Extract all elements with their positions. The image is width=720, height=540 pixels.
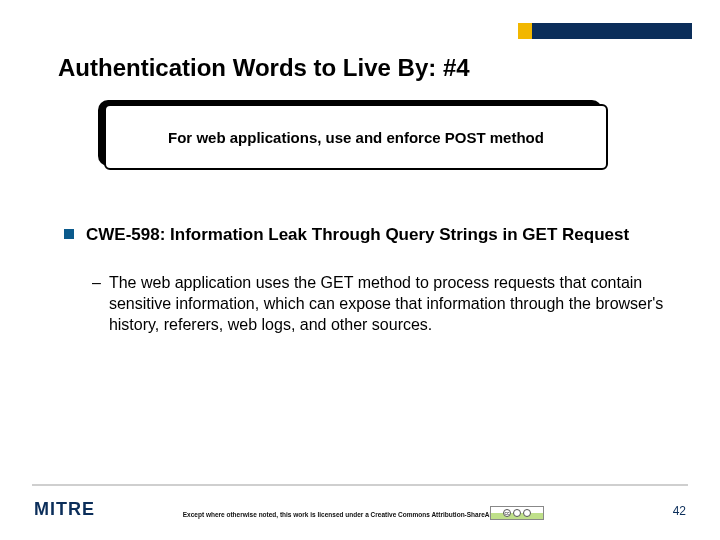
callout-box: For web applications, use and enforce PO… xyxy=(104,104,608,170)
footer-license-note: Except where otherwise noted, this work … xyxy=(0,511,720,518)
footer-divider xyxy=(32,484,688,486)
sub1-text: The web application uses the GET method … xyxy=(109,273,664,335)
page-number: 42 xyxy=(673,504,686,518)
callout: For web applications, use and enforce PO… xyxy=(104,104,608,170)
square-bullet-icon xyxy=(64,229,74,239)
bullet-level2: – The web application uses the GET metho… xyxy=(92,273,664,335)
cc-mark-icon: cc xyxy=(503,509,511,517)
accent-navy xyxy=(532,23,692,39)
callout-text: For web applications, use and enforce PO… xyxy=(154,129,558,146)
slide-title: Authentication Words to Live By: #4 xyxy=(58,54,470,82)
accent-bar xyxy=(518,23,692,39)
cc-sa-icon xyxy=(523,509,531,517)
content-area: CWE-598: Information Leak Through Query … xyxy=(64,224,664,336)
dash-bullet-icon: – xyxy=(92,273,101,293)
cc-badge-icon: cc xyxy=(490,506,544,520)
cc-by-icon xyxy=(513,509,521,517)
bullet-level1: CWE-598: Information Leak Through Query … xyxy=(64,224,664,245)
bullet1-text: CWE-598: Information Leak Through Query … xyxy=(86,224,629,245)
accent-yellow xyxy=(518,23,532,39)
slide: Authentication Words to Live By: #4 For … xyxy=(0,0,720,540)
